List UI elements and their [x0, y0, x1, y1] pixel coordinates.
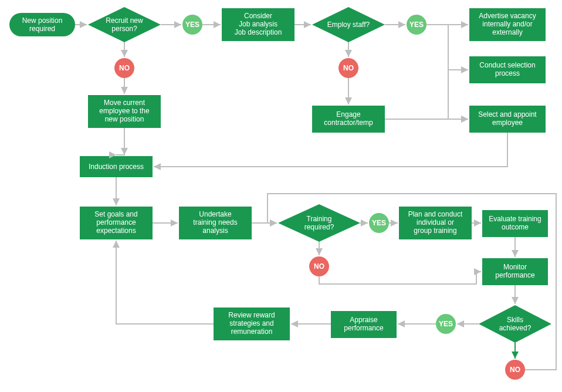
d3-l1: Training: [307, 215, 332, 223]
advertise-l2: internally and/or: [482, 20, 532, 28]
appraise-l1: Appraise: [350, 316, 378, 324]
plan-l2: individual or: [417, 218, 454, 227]
d4-l1: Skills: [507, 316, 523, 324]
analysis-l3: analysis: [202, 227, 228, 235]
arrow: [116, 241, 214, 324]
move-l1: Move current: [104, 99, 145, 107]
no-employ-label: NO: [343, 64, 354, 72]
select-l2: employee: [492, 119, 523, 127]
arrow: [116, 128, 124, 155]
d4-l2: achieved?: [499, 324, 531, 332]
goals-l3: expectations: [96, 227, 136, 235]
start-label-1: New position: [22, 16, 63, 25]
review-l3: remuneration: [231, 327, 273, 336]
arrow: [448, 25, 468, 70]
evaluate-l2: outcome: [502, 223, 529, 231]
d3-l2: required?: [304, 223, 334, 231]
advertise-l3: externally: [492, 28, 522, 36]
conduct-l1: Conduct selection: [479, 61, 535, 69]
induction-l1: Induction process: [89, 163, 144, 171]
goals-l2: performance: [96, 218, 136, 227]
plan-l3: group training: [414, 227, 456, 235]
advertise-l1: Advertise vacancy: [479, 12, 536, 20]
review-l2: strategies and: [229, 319, 273, 327]
consider-l1: Consider: [244, 12, 272, 20]
select-l1: Select and appoint: [478, 110, 537, 119]
arrow: [448, 70, 468, 119]
d2-label: Employ staff?: [327, 21, 370, 29]
engage-l2: contractor/temp: [324, 119, 373, 127]
goals-l1: Set goals and: [94, 210, 137, 218]
yes-recruit-label: YES: [185, 21, 199, 29]
evaluate-l1: Evaluate training: [489, 215, 541, 223]
start-label-2: required: [29, 25, 55, 33]
engage-l1: Engage: [336, 110, 361, 119]
monitor-l2: performance: [495, 271, 535, 279]
flowchart-diagram: New position required Recruit new person…: [0, 0, 562, 392]
d1-label-1: Recruit new: [106, 16, 143, 25]
no-training-label: NO: [314, 262, 324, 271]
arrow: [319, 272, 481, 284]
plan-l1: Plan and conduct: [408, 210, 463, 218]
conduct-l2: process: [495, 69, 520, 77]
no-skills-label: NO: [510, 366, 520, 374]
move-l2: employee to the: [99, 107, 150, 115]
yes-training-label: YES: [372, 219, 386, 227]
yes-employ-label: YES: [409, 21, 424, 29]
consider-l2: Job analysis: [239, 20, 277, 28]
yes-skills-label: YES: [439, 320, 453, 328]
arrow: [154, 133, 507, 167]
move-l3: new position: [105, 115, 144, 123]
d1-label-2: person?: [111, 25, 137, 33]
analysis-l1: Undertake: [199, 210, 232, 218]
monitor-l1: Monitor: [503, 263, 527, 271]
appraise-l2: performance: [344, 324, 384, 332]
no-recruit-label: NO: [119, 64, 130, 72]
analysis-l2: training needs: [193, 218, 237, 227]
consider-l3: Job description: [235, 28, 282, 36]
review-l1: Review reward: [228, 311, 275, 319]
